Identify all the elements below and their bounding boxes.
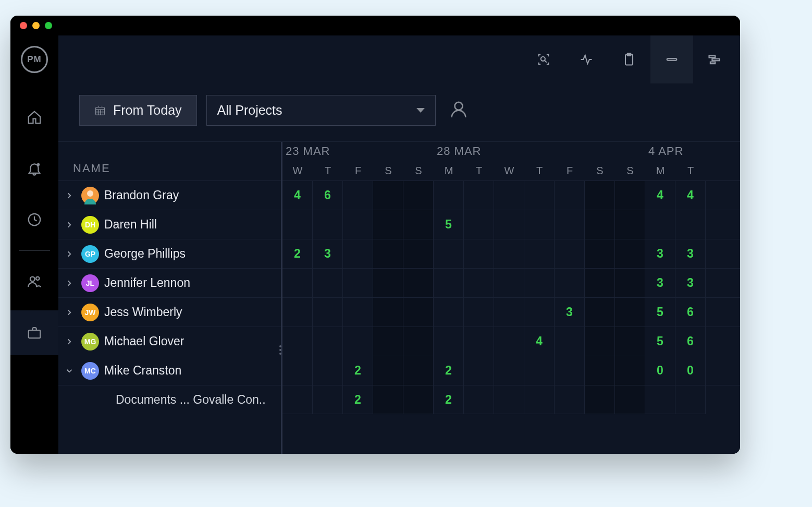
workload-cell[interactable]: 2 bbox=[343, 385, 373, 414]
workload-cell[interactable]: 2 bbox=[434, 356, 464, 385]
workload-cell[interactable] bbox=[494, 327, 524, 356]
workload-cell[interactable] bbox=[645, 210, 675, 239]
workload-cell[interactable] bbox=[585, 298, 615, 327]
workload-cell[interactable] bbox=[524, 269, 555, 297]
workload-cell[interactable] bbox=[373, 327, 403, 356]
workload-cell[interactable] bbox=[585, 356, 615, 385]
workload-cell[interactable] bbox=[555, 239, 585, 268]
workload-cell[interactable]: 4 bbox=[645, 181, 675, 210]
workload-cell[interactable]: 2 bbox=[282, 239, 313, 268]
workload-cell[interactable] bbox=[615, 269, 645, 297]
workload-cell[interactable]: 6 bbox=[675, 298, 706, 327]
person-row[interactable]: MCMike Cranston bbox=[58, 356, 281, 385]
workload-cell[interactable] bbox=[615, 327, 645, 356]
workload-cell[interactable] bbox=[464, 239, 494, 268]
workload-cell[interactable] bbox=[464, 269, 494, 297]
workload-cell[interactable] bbox=[403, 356, 434, 385]
workload-cell[interactable]: 3 bbox=[313, 239, 343, 268]
workload-cell[interactable] bbox=[403, 385, 434, 414]
person-row[interactable]: DHDaren Hill bbox=[58, 210, 281, 239]
workload-cell[interactable]: 3 bbox=[645, 239, 675, 268]
workload-cell[interactable] bbox=[555, 327, 585, 356]
workload-cell[interactable]: 0 bbox=[675, 356, 706, 385]
workload-cell[interactable] bbox=[494, 385, 524, 414]
workload-cell[interactable] bbox=[313, 385, 343, 414]
workload-cell[interactable] bbox=[464, 327, 494, 356]
workload-cell[interactable] bbox=[343, 181, 373, 210]
workload-cell[interactable] bbox=[615, 210, 645, 239]
workload-cell[interactable] bbox=[675, 385, 706, 414]
workload-cell[interactable] bbox=[343, 298, 373, 327]
workload-cell[interactable] bbox=[555, 181, 585, 210]
view-gantt-button[interactable] bbox=[693, 35, 736, 83]
workload-cell[interactable] bbox=[464, 210, 494, 239]
workload-cell[interactable] bbox=[403, 210, 434, 239]
view-clipboard-button[interactable] bbox=[608, 35, 650, 83]
workload-cell[interactable] bbox=[524, 181, 555, 210]
workload-cell[interactable]: 6 bbox=[675, 327, 706, 356]
workload-cell[interactable] bbox=[343, 269, 373, 297]
from-today-button[interactable]: From Today bbox=[79, 95, 197, 126]
workload-cell[interactable] bbox=[494, 181, 524, 210]
workload-cell[interactable] bbox=[373, 356, 403, 385]
window-zoom-button[interactable] bbox=[45, 22, 52, 29]
workload-cell[interactable] bbox=[373, 181, 403, 210]
workload-cell[interactable]: 3 bbox=[675, 239, 706, 268]
workload-cell[interactable] bbox=[434, 181, 464, 210]
nav-notifications[interactable] bbox=[10, 146, 58, 191]
view-activity-button[interactable] bbox=[565, 35, 608, 83]
workload-cell[interactable] bbox=[494, 298, 524, 327]
workload-cell[interactable] bbox=[555, 269, 585, 297]
workload-cell[interactable] bbox=[615, 356, 645, 385]
workload-cell[interactable] bbox=[403, 239, 434, 268]
nav-recent[interactable] bbox=[10, 197, 58, 242]
workload-cell[interactable] bbox=[494, 356, 524, 385]
expand-toggle[interactable] bbox=[63, 189, 76, 202]
workload-cell[interactable] bbox=[403, 269, 434, 297]
workload-cell[interactable] bbox=[464, 356, 494, 385]
workload-cell[interactable]: 0 bbox=[645, 356, 675, 385]
workload-cell[interactable] bbox=[494, 239, 524, 268]
workload-cell[interactable] bbox=[524, 298, 555, 327]
expand-toggle[interactable] bbox=[63, 306, 76, 319]
workload-cell[interactable] bbox=[313, 327, 343, 356]
workload-cell[interactable] bbox=[464, 298, 494, 327]
nav-portfolio[interactable] bbox=[10, 310, 58, 355]
workload-cell[interactable]: 6 bbox=[313, 181, 343, 210]
workload-cell[interactable] bbox=[282, 356, 313, 385]
workload-cell[interactable]: 3 bbox=[555, 298, 585, 327]
workload-cell[interactable]: 3 bbox=[645, 269, 675, 297]
workload-cell[interactable] bbox=[524, 239, 555, 268]
workload-cell[interactable] bbox=[434, 269, 464, 297]
workload-cell[interactable] bbox=[524, 385, 555, 414]
workload-cell[interactable] bbox=[434, 239, 464, 268]
workload-cell[interactable] bbox=[282, 210, 313, 239]
app-logo[interactable]: PM bbox=[21, 46, 48, 73]
expand-toggle[interactable] bbox=[63, 335, 76, 348]
expand-toggle[interactable] bbox=[63, 218, 76, 232]
workload-cell[interactable] bbox=[373, 298, 403, 327]
workload-cell[interactable]: 2 bbox=[343, 356, 373, 385]
workload-cell[interactable] bbox=[343, 239, 373, 268]
workload-cell[interactable]: 4 bbox=[282, 181, 313, 210]
workload-cell[interactable] bbox=[403, 298, 434, 327]
workload-cell[interactable] bbox=[494, 210, 524, 239]
workload-cell[interactable] bbox=[313, 298, 343, 327]
workload-cell[interactable] bbox=[585, 210, 615, 239]
workload-cell[interactable] bbox=[675, 210, 706, 239]
workload-cell[interactable]: 5 bbox=[434, 210, 464, 239]
workload-cell[interactable] bbox=[282, 269, 313, 297]
person-row[interactable]: Brandon Gray bbox=[58, 180, 281, 210]
workload-cell[interactable] bbox=[585, 181, 615, 210]
workload-cell[interactable] bbox=[282, 385, 313, 414]
workload-cell[interactable] bbox=[555, 210, 585, 239]
workload-cell[interactable] bbox=[615, 298, 645, 327]
workload-cell[interactable]: 3 bbox=[675, 269, 706, 297]
workload-cell[interactable]: 5 bbox=[645, 327, 675, 356]
person-row[interactable]: JLJennifer Lennon bbox=[58, 268, 281, 297]
expand-toggle[interactable] bbox=[63, 276, 76, 290]
workload-cell[interactable] bbox=[555, 356, 585, 385]
people-filter-button[interactable] bbox=[448, 99, 469, 122]
workload-cell[interactable] bbox=[282, 327, 313, 356]
workload-cell[interactable] bbox=[645, 385, 675, 414]
